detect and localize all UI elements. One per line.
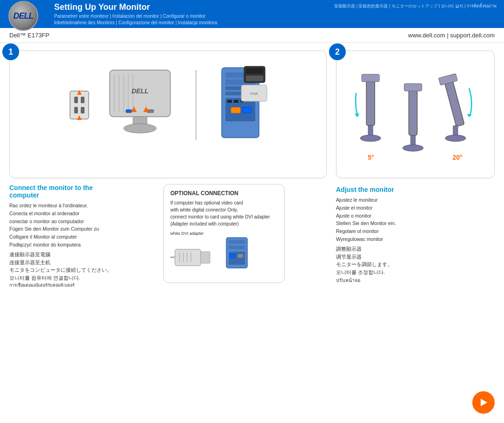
svg-point-40 [360, 135, 381, 141]
dvi-adapter-area: white DVI adapter [170, 231, 217, 277]
tilt-diagrams: 5° [344, 58, 487, 170]
step1-diagram: DELL [17, 58, 319, 152]
computer-adapter-icon [222, 235, 252, 273]
optional-col: OPTIONAL CONNECTION If computer has opti… [121, 184, 327, 289]
main-title: Setting Up Your Monitor [54, 2, 217, 12]
optional-title: OPTIONAL CONNECTION [170, 190, 278, 197]
svg-rect-46 [444, 79, 464, 127]
svg-rect-63 [238, 254, 243, 258]
bottom-left: Connect the monitor to the computer Rac … [9, 184, 327, 289]
svg-rect-16 [126, 110, 132, 113]
power-outlet-icon [68, 86, 91, 124]
dell-logo-text: DELL [14, 11, 34, 21]
tilt1-angle: 5° [368, 154, 374, 161]
svg-rect-42 [409, 89, 417, 135]
header-title-section: Setting Up Your Monitor Parametrer votre… [47, 0, 224, 28]
connect-heading: Connect the monitor to the computer [9, 184, 112, 199]
svg-point-15 [124, 124, 156, 133]
monitor-tilted: 20° [436, 70, 478, 161]
svg-rect-3 [74, 107, 78, 113]
header-subtitle: Parametrer votre moniteur | Instalacion … [54, 13, 217, 26]
website: www.dell.com | support.dell.com [408, 32, 495, 39]
svg-rect-1 [74, 97, 78, 103]
svg-rect-30 [231, 107, 240, 113]
svg-rect-61 [229, 252, 245, 265]
svg-text:DELL: DELL [132, 87, 149, 95]
optional-box: OPTIONAL CONNECTION If computer has opti… [163, 184, 285, 283]
top-area: 1 [0, 50, 504, 178]
svg-rect-33 [246, 68, 263, 74]
svg-rect-51 [175, 249, 201, 266]
svg-rect-4 [81, 107, 84, 113]
adjust-heading: Adjust the monitor [336, 186, 495, 193]
next-arrow-icon [478, 397, 489, 408]
svg-marker-64 [481, 399, 487, 406]
step1-box: 1 [9, 50, 327, 178]
header: DELL Setting Up Your Monitor Parametrer … [0, 0, 504, 28]
svg-marker-41 [355, 113, 359, 117]
svg-text:VGA: VGA [250, 92, 259, 96]
svg-rect-2 [81, 97, 84, 103]
model-name: Dell™ E173FP [9, 32, 49, 39]
adjust-instructions: Ajustez le moniteur Ajuste el monitor Aj… [336, 196, 495, 284]
step1-number: 1 [2, 43, 19, 60]
svg-rect-62 [230, 254, 236, 258]
tilt2-angle: 20° [453, 154, 462, 161]
monitor-side-view-3 [436, 70, 478, 154]
svg-rect-52 [201, 252, 210, 263]
monitor-center [397, 77, 429, 161]
connect-text-col: Connect the monitor to the computer Rac … [9, 184, 112, 289]
svg-rect-31 [242, 107, 252, 113]
dell-logo-area: DELL [0, 0, 47, 28]
adjust-text-section: Adjust the monitor Ajustez le moniteur A… [336, 184, 495, 286]
header-langs: 安裝顯示器 | 安裝您的显示器 | モニターのセットアップ | 모니터 설치 |… [334, 3, 497, 9]
cable-icon [189, 65, 203, 145]
next-button[interactable] [472, 391, 495, 414]
svg-rect-60 [229, 246, 245, 249]
svg-rect-38 [362, 74, 379, 82]
svg-point-49 [445, 135, 466, 141]
svg-rect-27 [227, 100, 232, 103]
adapter-label: white DVI adapter [170, 231, 217, 236]
monitor-side-view-1 [352, 70, 390, 154]
svg-rect-28 [234, 100, 238, 103]
dvi-adapter-icon [170, 238, 217, 275]
svg-rect-0 [70, 91, 89, 119]
connect-instructions: Rac ordez le moniteur à l'ordinateur. Co… [9, 202, 112, 289]
svg-rect-37 [366, 79, 375, 126]
svg-point-45 [403, 145, 423, 151]
monitor-back-icon: DELL [100, 65, 180, 145]
step2-number: 2 [329, 43, 346, 60]
monitor-straight: 5° [352, 70, 390, 161]
bottom-area: Connect the monitor to the computer Rac … [0, 184, 504, 289]
dell-logo: DELL [8, 1, 38, 31]
bottom-right: Adjust the monitor Ajustez le moniteur A… [336, 184, 495, 289]
svg-rect-59 [229, 240, 245, 244]
svg-rect-43 [404, 84, 422, 91]
computer-tower-icon: VGA [212, 65, 268, 145]
svg-marker-50 [467, 114, 472, 117]
step2-box: 2 5° [336, 50, 495, 178]
optional-content: white DVI adapter [170, 231, 278, 277]
monitor-side-view-2 [397, 77, 429, 161]
sub-header: Dell™ E173FP www.dell.com | support.dell… [0, 28, 504, 43]
svg-rect-34 [246, 76, 263, 81]
optional-text: If computer has optional video card with… [170, 199, 278, 227]
